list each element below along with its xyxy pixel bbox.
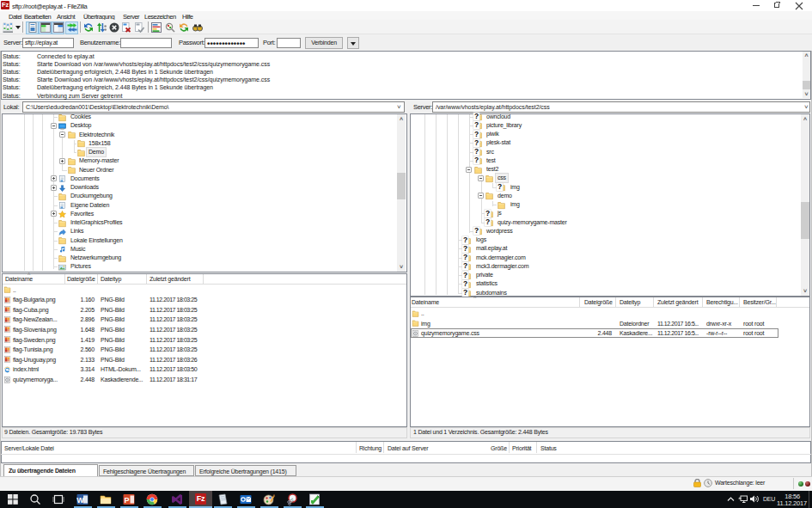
svg-text:P: P bbox=[125, 496, 130, 505]
svg-text:W: W bbox=[76, 496, 84, 505]
